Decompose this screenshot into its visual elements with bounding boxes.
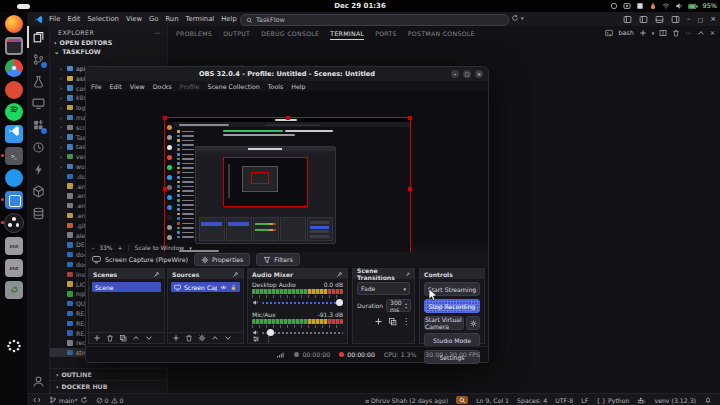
activity-docker[interactable]	[27, 180, 49, 202]
menu-view[interactable]: View	[126, 15, 142, 23]
command-center-search[interactable]: TaskFlow	[240, 14, 509, 26]
menu-terminal[interactable]: Terminal	[186, 15, 215, 23]
menu-help[interactable]: Help	[221, 15, 237, 23]
properties-button[interactable]: Properties	[194, 253, 250, 266]
menu-edit[interactable]: Edit	[67, 15, 80, 23]
root-folder-taskflow[interactable]: ⌄ TASKFLOW	[50, 47, 167, 56]
obs-close-icon[interactable]: ×	[475, 70, 483, 78]
button-start-virtual-camera[interactable]: Start Virtual Camera	[424, 316, 464, 330]
selection-handle[interactable]	[163, 116, 167, 120]
obs-menu-view[interactable]: View	[130, 83, 145, 90]
section-docker-hub[interactable]: ›DOCKER HUB	[50, 380, 167, 392]
transition-select[interactable]: Fade▾	[357, 282, 410, 295]
duration-spinbox[interactable]: 300 ms ▴▾	[386, 299, 411, 312]
panel-tab-ports[interactable]: PORTS	[375, 30, 397, 40]
layout-panel-icon[interactable]	[623, 15, 632, 24]
dock-vscode[interactable]	[5, 125, 23, 143]
source-item[interactable]: Screen Capture (PipeWire)	[171, 282, 240, 292]
explorer-more-icon[interactable]: ⋯	[154, 29, 161, 36]
dock-show-apps[interactable]	[5, 339, 23, 357]
remove-scene-icon[interactable]	[106, 334, 114, 342]
open-editors-section[interactable]: › OPEN EDITORS	[50, 38, 167, 47]
dock-drive-ssd-1[interactable]: SSD	[5, 237, 23, 255]
layout-bottom-icon[interactable]	[655, 15, 664, 24]
close-panel-icon[interactable]: ×	[710, 29, 715, 37]
mixer-menu-icon[interactable]: ⋮	[265, 335, 272, 343]
menu-go[interactable]: Go	[149, 15, 158, 23]
obs-menu-help[interactable]: Help	[291, 83, 305, 90]
search-highlight-chip[interactable]	[456, 396, 468, 404]
layout-right-icon[interactable]	[671, 15, 680, 24]
source-properties-icon[interactable]	[198, 334, 206, 342]
obs-menu-file[interactable]: File	[91, 83, 102, 90]
status-lf[interactable]: LF	[581, 397, 588, 404]
add-scene-icon[interactable]	[93, 334, 101, 342]
menu-run[interactable]: Run	[165, 15, 178, 23]
docker-status-icon[interactable]	[637, 396, 646, 405]
kill-terminal-icon[interactable]	[672, 29, 680, 37]
pin-icon[interactable]	[153, 271, 160, 278]
scale-to-window[interactable]: Scale to Window	[135, 244, 185, 251]
activity-database[interactable]	[27, 202, 49, 224]
panel-tab-terminal[interactable]: TERMINAL	[330, 30, 364, 40]
filters-button[interactable]: Filters	[256, 253, 300, 266]
status-spaces[interactable]: Spaces: 4	[517, 397, 547, 404]
remove-source-icon[interactable]	[185, 334, 193, 342]
obs-minimize-icon[interactable]: –	[451, 70, 459, 78]
panel-tab-postman-console[interactable]: POSTMAN CONSOLE	[408, 30, 475, 40]
remove-transition-icon[interactable]	[388, 317, 397, 326]
lock-icon[interactable]	[230, 284, 237, 291]
obs-maximize-icon[interactable]: □	[463, 70, 471, 78]
dock-docker[interactable]	[5, 169, 23, 187]
activity-account[interactable]	[27, 370, 49, 392]
status-[interactable]: { } Python	[596, 397, 629, 404]
move-source-up-icon[interactable]	[211, 334, 219, 342]
activity-remote-explorer[interactable]	[27, 92, 49, 114]
activity-extensions[interactable]	[27, 114, 49, 136]
maximize-icon[interactable]: □	[697, 16, 703, 23]
source-selection-rect[interactable]	[164, 117, 411, 261]
advanced-audio-icon[interactable]	[252, 335, 260, 343]
git-blame[interactable]: ⌀ Dhruv Shah (2 days ago)	[365, 397, 448, 404]
obs-menu-profile[interactable]: Profile	[180, 83, 200, 90]
volume-icon[interactable]	[675, 2, 683, 10]
dock-spotify[interactable]	[5, 103, 23, 121]
split-terminal-icon[interactable]	[659, 29, 667, 37]
close-icon[interactable]: ×	[710, 15, 716, 23]
menu-selection[interactable]: Selection	[88, 15, 119, 23]
status-utf8[interactable]: UTF-8	[555, 397, 573, 404]
sync-button[interactable]: ▾	[511, 14, 524, 22]
screencast-icon[interactable]	[623, 2, 631, 10]
dock-drive-ssd-2[interactable]: SSD	[5, 259, 23, 277]
panel-tab-problems[interactable]: PROBLEMS	[176, 30, 212, 40]
problems-status[interactable]: 0 0	[96, 397, 124, 404]
zoom-in-button[interactable]: +	[118, 244, 123, 251]
spin-down-icon[interactable]: ▾	[405, 306, 407, 310]
obs-menu-scene-collection[interactable]: Scene Collection	[207, 83, 259, 90]
add-transition-icon[interactable]	[374, 317, 383, 326]
virtual-camera-config-icon[interactable]	[466, 316, 480, 330]
wifi-icon[interactable]	[662, 2, 670, 10]
move-source-down-icon[interactable]	[224, 334, 232, 342]
add-source-icon[interactable]	[172, 334, 180, 342]
speaker-icon[interactable]	[252, 299, 259, 306]
panel-tab-output[interactable]: OUTPUT	[223, 30, 250, 40]
status-ln[interactable]: Ln 9, Col 1	[476, 397, 509, 404]
maximize-panel-icon[interactable]	[697, 29, 705, 37]
dock-files-app[interactable]	[5, 37, 23, 55]
more-actions-icon[interactable]: ⋯	[685, 29, 691, 37]
shell-label[interactable]: bash	[618, 29, 633, 37]
pin-icon[interactable]	[336, 271, 343, 278]
dock-trash[interactable]: ♻	[5, 281, 23, 299]
obs-title-bar[interactable]: OBS 32.0.4 - Profile: Untitled - Scenes:…	[86, 67, 488, 81]
layout-sidebar-icon[interactable]	[639, 15, 648, 24]
dock-firefox[interactable]	[5, 15, 23, 33]
scene-filters-icon[interactable]	[119, 334, 127, 342]
button-studio-mode[interactable]: Studio Mode	[424, 333, 480, 347]
pin-icon[interactable]	[405, 271, 411, 278]
dock-brave[interactable]	[5, 81, 23, 99]
move-scene-up-icon[interactable]	[132, 334, 140, 342]
activity-testing[interactable]	[27, 70, 49, 92]
eye-icon[interactable]	[220, 284, 227, 291]
activity-thunder-client[interactable]	[27, 158, 49, 180]
